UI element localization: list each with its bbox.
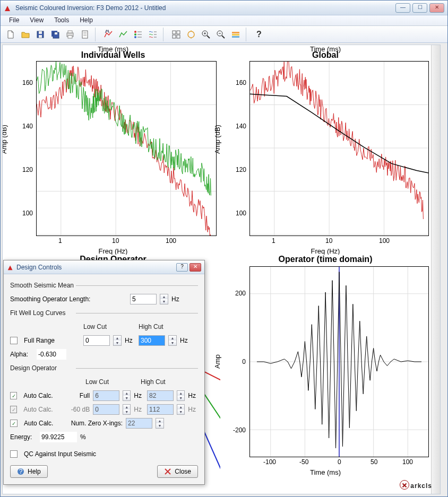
title-bar: Seismic Coloured Inversion: F3 Demo 2012… [1,1,447,15]
dialog-help-button[interactable]: ? [176,263,188,272]
x-axis-label: Time (ms) [310,468,341,476]
auto-calc-1-checkbox[interactable] [10,392,17,399]
chart-canvas [36,61,217,236]
spin-stepper[interactable]: ▲▼ [160,294,168,304]
menu-bar: File View Tools Help [1,15,447,26]
y-ticks: 160 140 120 100 [234,61,248,236]
menu-view[interactable]: View [24,15,49,25]
row-label: Num. Zero X-ings: [65,420,123,427]
zoom-out-icon[interactable] [214,28,228,41]
maximize-button[interactable]: ☐ [412,3,427,13]
section-fit: Fit Well Log Curves Low Cut High Cut Ful… [10,309,198,361]
stack-icon[interactable] [229,28,243,41]
svg-rect-26 [173,35,176,38]
svg-rect-25 [177,31,180,34]
svg-rect-9 [68,36,72,38]
panel-operator-time: Operator (time domain) Amp Time (ms) 200… [220,255,430,488]
full-range-label: Full Range [24,337,80,344]
chart-canvas [249,61,429,236]
design-controls-dialog: Design Controls ? ✕ Smooth Seismic Mean … [3,260,205,485]
alpha-label: Alpha: [10,351,33,358]
lowcut-header: Low Cut [83,323,122,330]
menu-tools[interactable]: Tools [49,15,74,25]
svg-rect-3 [39,35,42,38]
menu-file[interactable]: File [4,15,24,25]
dialog-close-btn[interactable]: Close [157,465,198,478]
save-all-icon[interactable] [48,28,62,41]
svg-rect-2 [39,31,42,34]
help-circle-icon: ? [17,468,24,475]
x-axis-label: Freq (Hz) [311,247,340,255]
section-smooth: Smooth Seismic Mean Smoothing Operator L… [10,282,198,306]
smoothing-length-input[interactable] [130,294,157,304]
section-heading: Design Operator [10,364,198,372]
brand-text: arkcls [410,482,432,490]
auto-calc-2-checkbox [10,406,17,413]
dialog-close-button[interactable]: ✕ [189,263,201,272]
close-x-icon [164,468,171,475]
new-file-icon[interactable] [4,28,18,41]
open-folder-icon[interactable] [19,28,32,41]
help-icon[interactable]: ? [252,28,266,41]
spin-stepper[interactable]: ▲▼ [168,335,177,346]
menu-help[interactable]: Help [74,15,98,25]
svg-rect-27 [177,35,180,38]
vertical-scrollbar[interactable] [431,45,440,494]
fit-well-icon[interactable] [116,28,130,41]
auto-calc-label: Auto Calc. [23,392,62,399]
minimize-button[interactable]: — [395,3,410,13]
svg-text:?: ? [19,468,23,475]
x-axis-label: Freq (Hz) [99,247,128,255]
spin-stepper: ▲▼ [123,404,131,415]
dialog-icon [7,264,14,271]
list-colors-icon[interactable] [131,28,145,41]
energy-value[interactable] [40,432,77,442]
auto-calc-3-checkbox[interactable] [10,420,18,427]
svg-line-30 [207,36,210,38]
full-range-checkbox[interactable] [10,337,18,344]
fit-lowcut-input[interactable] [83,335,110,346]
close-button[interactable]: ✕ [429,3,444,13]
dialog-help-btn[interactable]: ? Help [10,465,48,478]
lowcut-header: Low Cut [85,378,124,386]
y-ticks: 200 0 -200 [231,266,248,457]
chart-canvas [249,266,429,457]
unit-label: Hz [180,337,191,344]
time-label: Time (ms) [7,45,219,53]
unit-label: Hz [125,337,135,344]
spin-stepper[interactable]: ▲▼ [113,335,122,346]
highcut-header: High Cut [139,323,177,330]
window-title: Seismic Coloured Inversion: F3 Demo 2012… [15,4,395,12]
alpha-input[interactable] [37,349,66,360]
svg-rect-37 [232,34,239,36]
section-heading: Smooth Seismic Mean [10,282,198,289]
brand-bar: arkcls [400,479,432,491]
brand-logo-icon [400,480,409,490]
panel-individual-wells: Individual Wells Time (ms) Amp (dB) Freq… [7,45,219,257]
design-60db-high-input [147,404,174,415]
row-label: -60 dB [65,406,90,413]
svg-point-16 [134,33,136,36]
svg-rect-8 [68,31,72,33]
toolbar: A ? [1,26,447,43]
chart-title: Operator (time domain) [220,255,430,264]
fit-spectrum-icon[interactable]: A [101,28,115,41]
svg-rect-36 [232,32,239,33]
svg-rect-10 [82,31,88,38]
document-icon[interactable] [78,28,92,41]
list-lines-icon[interactable] [146,28,160,41]
fit-highcut-input[interactable] [139,335,165,346]
save-icon[interactable] [33,28,47,41]
row-label: Full [65,392,90,399]
design-full-low-input [93,390,119,401]
svg-marker-67 [8,265,13,270]
qc-checkbox[interactable] [10,450,18,458]
grid-view-icon[interactable] [169,28,183,41]
zoom-in-icon[interactable] [199,28,213,41]
print-icon[interactable] [63,28,77,41]
spin-stepper: ▲▼ [177,390,185,401]
qc-label: QC Against Input Seismic [24,450,96,458]
design-60db-low-input [93,404,119,415]
process-icon[interactable] [184,28,198,41]
time-label: Time (ms) [220,45,430,53]
